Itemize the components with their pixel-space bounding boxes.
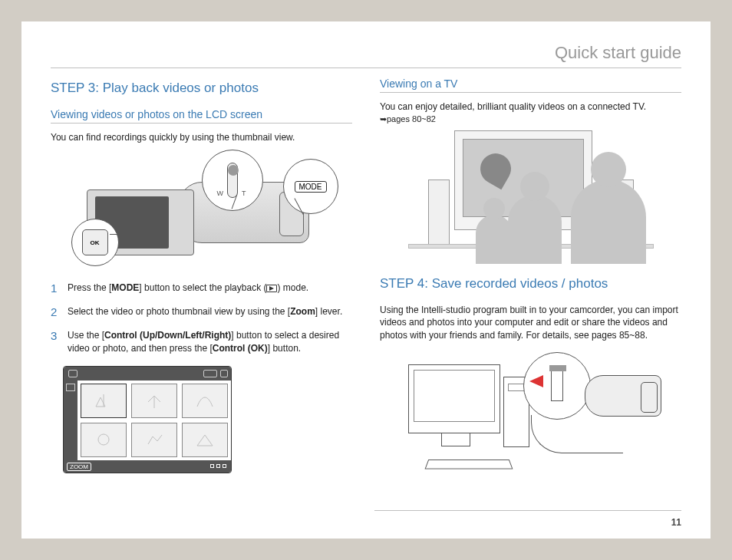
step3-instructions: 1 Press the [MODE] button to select the … xyxy=(51,282,352,355)
underline xyxy=(380,92,681,93)
cable-icon xyxy=(531,415,623,453)
svg-point-0 xyxy=(98,434,109,445)
mode-button-label: MODE xyxy=(295,181,327,193)
step4-title: STEP 4: Save recorded videos / photos xyxy=(380,276,681,292)
zoom-lever-callout xyxy=(202,150,263,211)
thumbnail-cell xyxy=(131,384,177,418)
thumbnail-cell xyxy=(182,384,228,418)
thumbnail-cell xyxy=(81,423,127,457)
mode-button-callout: MODE xyxy=(283,159,338,214)
tv-section-text: You can enjoy detailed, brilliant qualit… xyxy=(380,100,681,113)
step3-title: STEP 3: Play back videos or photos xyxy=(51,81,352,96)
usb-plug-icon xyxy=(551,371,563,401)
instruction-3: 3 Use the [Control (Up/Down/Left/Right)]… xyxy=(51,329,352,355)
keyboard-icon xyxy=(424,460,513,469)
step3-subtitle: Viewing videos or photos on the LCD scre… xyxy=(51,108,352,120)
instruction-2: 2 Select the video or photo thumbnail vi… xyxy=(51,305,352,318)
step3-intro: You can find recordings quickly by using… xyxy=(51,131,352,143)
person-silhouette-icon xyxy=(508,195,562,264)
thumbnail-sidebar xyxy=(64,380,77,460)
arrow-icon xyxy=(529,375,543,387)
camcorder-small-icon xyxy=(585,375,661,417)
tv-viewing-figure xyxy=(393,126,669,264)
right-column: Viewing on a TV You can enjoy detailed, … xyxy=(380,77,681,473)
step-number: 2 xyxy=(51,305,60,318)
ok-dpad-icon: OK xyxy=(82,229,108,255)
person-silhouette-icon xyxy=(571,180,646,264)
thumbnail-grid xyxy=(81,384,228,457)
step-text: Select the video or photo thumbnail view… xyxy=(68,305,342,318)
page-header-title: Quick start guide xyxy=(21,21,711,68)
tv-page-ref: ➥pages 80~82 xyxy=(380,114,681,124)
thumbnail-cell xyxy=(182,423,228,457)
speaker-icon xyxy=(428,180,450,249)
left-column: STEP 3: Play back videos or photos Viewi… xyxy=(51,77,352,473)
thumbnail-bottombar: ZOOM xyxy=(64,460,231,473)
underline xyxy=(51,123,352,124)
person-silhouette-icon xyxy=(476,215,513,264)
thumbnail-view-figure: ZOOM xyxy=(63,366,232,473)
step-text: Press the [MODE] button to select the pl… xyxy=(68,282,308,295)
thumbnail-topbar xyxy=(64,367,231,380)
instruction-1: 1 Press the [MODE] button to select the … xyxy=(51,282,352,295)
content-columns: STEP 3: Play back videos or photos Viewi… xyxy=(21,68,711,473)
step-text: Use the [Control (Up/Down/Left/Right)] b… xyxy=(68,329,352,355)
computer-transfer-figure xyxy=(393,349,669,472)
step-number: 3 xyxy=(51,329,60,355)
page-number: 11 xyxy=(671,517,681,528)
zoom-badge: ZOOM xyxy=(67,463,91,471)
step4-text: Using the Intelli-studio program built i… xyxy=(380,304,681,341)
zoom-lever-icon xyxy=(227,163,238,198)
footer-divider xyxy=(374,510,681,511)
step-number: 1 xyxy=(51,282,60,295)
monitor-icon xyxy=(408,364,500,433)
ok-control-callout: OK xyxy=(71,219,119,266)
thumbnail-cell xyxy=(81,384,127,418)
camcorder-figure: MODE OK xyxy=(51,151,352,274)
thumbnail-cell xyxy=(131,423,177,457)
manual-page: Quick start guide STEP 3: Play back vide… xyxy=(21,21,711,539)
tv-section-title: Viewing on a TV xyxy=(380,77,681,90)
playback-icon xyxy=(266,285,277,292)
